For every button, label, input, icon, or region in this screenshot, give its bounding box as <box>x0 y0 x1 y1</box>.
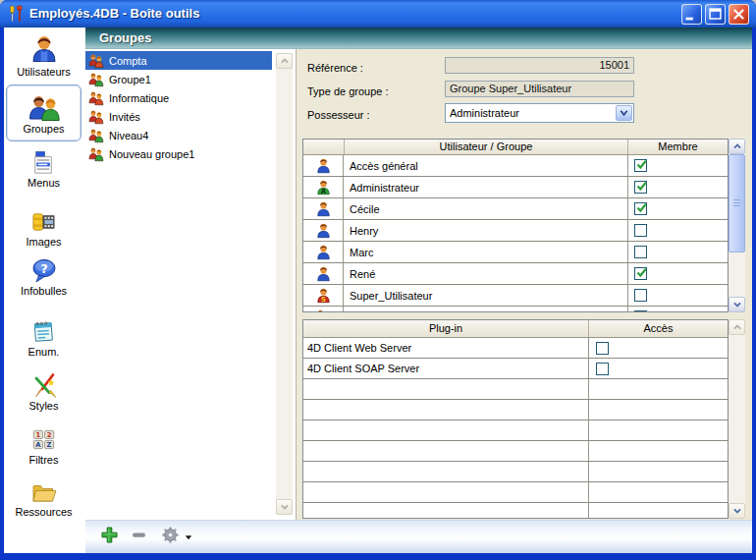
svg-text:1: 1 <box>36 431 41 439</box>
group-list-item[interactable]: Invités <box>85 107 272 126</box>
members-table-header: Utilisateur / Groupe Membre <box>303 140 728 155</box>
scroll-down-button[interactable] <box>729 503 745 519</box>
scroll-up-button[interactable] <box>729 319 745 335</box>
group-label: Nouveau groupe1 <box>109 148 194 160</box>
sidebar-item-infobulles[interactable]: ? Infobulles <box>6 257 81 297</box>
member-name: Marc <box>344 242 628 262</box>
plugins-scrollbar[interactable] <box>729 319 745 519</box>
member-checkbox[interactable] <box>634 267 647 280</box>
maximize-button[interactable] <box>705 4 726 25</box>
plugin-name: 4D Client Web Server <box>303 338 589 358</box>
plugin-row[interactable] <box>303 462 728 482</box>
chevron-down-icon <box>732 296 742 313</box>
plugin-row[interactable]: 4D Client SOAP Server <box>303 359 728 379</box>
group-icon <box>88 128 104 143</box>
members-table: Utilisateur / Groupe Membre Accès généra… <box>302 139 729 312</box>
member-checkbox[interactable] <box>634 246 647 258</box>
actions-button[interactable] <box>160 527 181 547</box>
add-group-button[interactable] <box>99 527 120 547</box>
member-icon <box>303 198 344 219</box>
minimize-button[interactable] <box>681 4 702 25</box>
member-checkbox[interactable] <box>634 289 647 302</box>
sidebar-item-label: Groupes <box>7 123 81 135</box>
group-list-item[interactable]: Compta <box>85 51 272 70</box>
close-button[interactable] <box>729 4 749 25</box>
member-row[interactable]: Cécile <box>303 198 728 220</box>
member-row[interactable]: Marc <box>303 242 728 263</box>
plugin-row[interactable] <box>303 420 728 441</box>
member-checkbox[interactable] <box>634 310 647 312</box>
group-label: Informatique <box>109 92 169 104</box>
scroll-up-button[interactable] <box>729 139 745 154</box>
scroll-up-button[interactable] <box>276 53 293 69</box>
group-label: Invités <box>109 111 140 123</box>
sidebar-icon <box>6 33 81 65</box>
sidebar-item-groupes[interactable]: Groupes <box>6 84 81 141</box>
owner-dropdown-button[interactable] <box>616 105 632 121</box>
member-row[interactable]: Accès général <box>303 155 728 177</box>
sidebar-item-styles[interactable]: Styles <box>6 371 81 412</box>
plugin-access-checkbox[interactable] <box>596 342 609 355</box>
sidebar-item-ressources[interactable]: Ressources <box>6 479 81 518</box>
sidebar-item-label: Menus <box>6 177 81 189</box>
chevron-up-icon <box>280 52 290 70</box>
minimize-icon <box>682 5 701 24</box>
scroll-down-button[interactable] <box>276 499 293 515</box>
owner-label: Possesseur : <box>307 109 370 121</box>
member-row[interactable]: Informatique <box>303 307 728 312</box>
plugin-row[interactable] <box>303 400 728 420</box>
plugin-row[interactable] <box>303 482 728 503</box>
member-checkbox[interactable] <box>634 181 647 194</box>
actions-menu-caret[interactable] <box>185 533 192 541</box>
member-icon <box>303 307 344 312</box>
plugin-row[interactable]: 4D Client Web Server <box>303 338 728 359</box>
member-icon <box>303 242 344 262</box>
member-name: Super_Utilisateur <box>344 285 628 306</box>
member-row[interactable]: A Administrateur <box>303 177 728 198</box>
sidebar-item-images[interactable]: Images <box>6 208 81 248</box>
remove-group-button[interactable] <box>129 527 149 547</box>
owner-select[interactable]: Administrateur <box>445 103 634 123</box>
member-row[interactable]: Henry <box>303 220 728 242</box>
group-icon <box>88 109 104 125</box>
svg-text:2: 2 <box>47 431 52 439</box>
group-icon <box>88 53 104 69</box>
plugin-name <box>303 441 589 461</box>
plugin-row[interactable] <box>303 379 728 400</box>
sidebar-item-label: Filtres <box>6 454 81 466</box>
sidebar: Utilisateurs Groupes Menus Images <box>4 28 85 553</box>
plugin-row[interactable] <box>303 503 728 519</box>
member-icon: S <box>303 285 344 306</box>
group-list-item[interactable]: Niveau4 <box>85 126 272 144</box>
plugins-table: Plug-in Accès 4D Client Web Server 4D Cl… <box>302 319 729 519</box>
sidebar-item-enum[interactable]: Enum. <box>6 318 81 358</box>
bottom-toolbar <box>85 520 752 553</box>
group-list-item[interactable]: Informatique <box>85 88 272 107</box>
sidebar-item-label: Utilisateurs <box>6 66 81 78</box>
member-row[interactable]: René <box>303 263 728 285</box>
chevron-down-icon <box>619 107 629 120</box>
member-row[interactable]: S Super_Utilisateur <box>303 285 728 307</box>
member-name: Henry <box>344 220 628 241</box>
sidebar-item-menus[interactable]: Menus <box>6 149 81 189</box>
plugin-row[interactable] <box>303 441 728 462</box>
member-checkbox[interactable] <box>634 202 647 215</box>
member-checkbox[interactable] <box>634 159 647 172</box>
scroll-down-button[interactable] <box>729 297 745 312</box>
sidebar-icon <box>6 479 81 505</box>
group-type-field: Groupe Super_Utilisateur <box>445 81 634 97</box>
section-header: Groupes <box>85 28 752 50</box>
sidebar-item-filtres[interactable]: 12AZ Filtres <box>6 426 81 466</box>
scrollbar-thumb[interactable] <box>729 154 745 252</box>
sidebar-item-utilisateurs[interactable]: Utilisateurs <box>6 33 81 78</box>
members-scrollbar[interactable] <box>729 139 745 312</box>
group-icon <box>88 72 104 87</box>
group-list-item[interactable]: Nouveau groupe1 <box>85 144 272 163</box>
group-list-scrollbar[interactable] <box>276 53 293 515</box>
plugin-access-checkbox[interactable] <box>596 363 609 375</box>
member-checkbox[interactable] <box>634 224 647 237</box>
group-label: Niveau4 <box>109 130 148 141</box>
group-list-item[interactable]: Groupe1 <box>85 70 272 88</box>
sidebar-item-label: Images <box>6 236 81 248</box>
sidebar-item-label: Enum. <box>6 346 81 358</box>
